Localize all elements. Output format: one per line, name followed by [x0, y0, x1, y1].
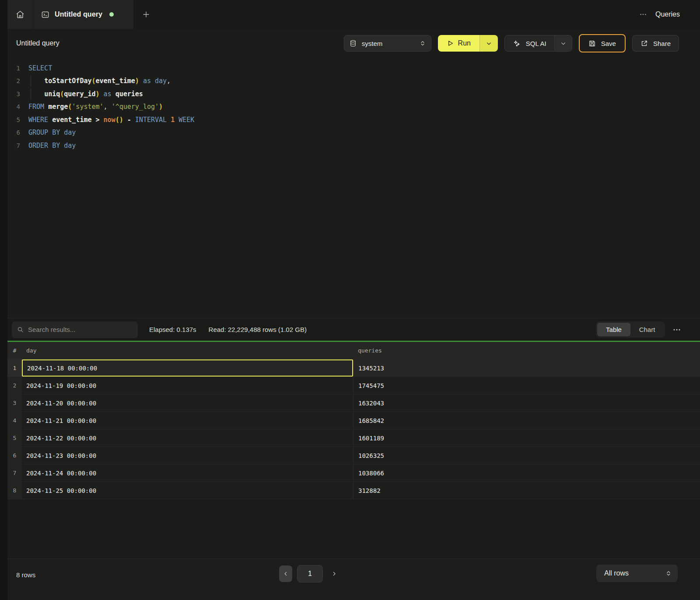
previous-page-button[interactable] [279, 565, 292, 582]
column-header-day[interactable]: day [22, 347, 353, 354]
tab-bar: Untitled query Queries [0, 0, 700, 29]
code-text: toStartOfDay(event_time) as day, [20, 77, 171, 85]
code-text: GROUP BY day [20, 129, 76, 136]
table-row: 82024-11-25 00:00:00312882 [7, 482, 700, 499]
code-line[interactable]: 6GROUP BY day [0, 126, 700, 140]
day-cell[interactable]: 2024-11-20 00:00:00 [22, 394, 353, 412]
sql-ai-button-group: SQL AI [504, 35, 572, 52]
queries-cell[interactable]: 1685842 [353, 412, 700, 429]
tab-untitled-query[interactable]: Untitled query [33, 0, 133, 29]
sql-ai-options-button[interactable] [554, 35, 572, 51]
toolbar-actions: system Run [344, 34, 679, 52]
chevron-down-icon [486, 41, 492, 46]
share-button[interactable]: Share [632, 35, 679, 52]
queries-cell[interactable]: 312882 [353, 482, 700, 499]
next-page-button[interactable] [328, 565, 341, 582]
database-selector[interactable]: system [344, 35, 431, 52]
chevron-right-icon [332, 571, 337, 576]
day-cell[interactable]: 2024-11-21 00:00:00 [22, 412, 353, 429]
database-selector-value: system [362, 40, 414, 47]
row-index-cell[interactable]: 4 [7, 412, 22, 429]
database-icon [350, 39, 357, 47]
code-text: FROM merge('system', '^query_log') [20, 103, 163, 111]
save-button-label: Save [601, 40, 616, 47]
tabbar-right-group: Queries [640, 0, 700, 29]
results-toolbar: Elapsed: 0.137s Read: 22,229,488 rows (1… [0, 318, 700, 341]
day-cell[interactable]: 2024-11-19 00:00:00 [22, 377, 353, 394]
code-text: ORDER BY day [20, 142, 76, 150]
queries-cell[interactable]: 1038066 [353, 464, 700, 481]
queries-cell[interactable]: 1601189 [353, 429, 700, 447]
tab-overflow-button[interactable] [640, 11, 647, 18]
column-header-index[interactable]: # [7, 347, 22, 354]
search-results-input[interactable] [28, 326, 133, 333]
day-cell-selected[interactable]: 2024-11-18 00:00:00 [22, 359, 353, 377]
run-options-button[interactable] [480, 35, 498, 52]
queries-cell[interactable]: 1026325 [353, 447, 700, 464]
row-index-cell[interactable]: 3 [7, 394, 22, 412]
row-index-cell[interactable]: 1 [7, 359, 22, 377]
results-table-body: 12024-11-18 00:00:00134521322024-11-19 0… [7, 359, 700, 499]
sql-editor[interactable]: 1SELECT2 toStartOfDay(event_time) as day… [0, 58, 700, 318]
sql-ai-button[interactable]: SQL AI [505, 35, 554, 51]
sparkles-icon [513, 39, 521, 47]
view-toggle-chart[interactable]: Chart [630, 323, 664, 336]
code-line[interactable]: 4FROM merge('system', '^query_log') [0, 101, 700, 114]
code-line[interactable]: 2 toStartOfDay(event_time) as day, [0, 75, 700, 88]
page-title: Untitled query [16, 39, 60, 47]
code-line[interactable]: 1SELECT [0, 62, 700, 75]
plus-icon [142, 10, 150, 18]
table-row: 22024-11-19 00:00:001745475 [7, 377, 700, 394]
share-button-label: Share [653, 40, 671, 47]
ellipsis-icon [673, 326, 681, 334]
play-icon [447, 40, 454, 47]
view-toggle: Table Chart [596, 321, 665, 338]
results-more-button[interactable] [673, 326, 681, 334]
day-cell[interactable]: 2024-11-25 00:00:00 [22, 482, 353, 499]
code-text: WHERE event_time > now() - INTERVAL 1 WE… [20, 116, 194, 124]
pagination: 1 [279, 565, 341, 583]
home-icon [16, 10, 24, 19]
row-index-cell[interactable]: 7 [7, 464, 22, 481]
queries-cell[interactable]: 1745475 [353, 377, 700, 394]
new-tab-button[interactable] [133, 0, 159, 29]
run-button[interactable]: Run [438, 35, 480, 52]
day-cell[interactable]: 2024-11-22 00:00:00 [22, 429, 353, 447]
unsaved-changes-dot [109, 12, 114, 17]
day-cell[interactable]: 2024-11-23 00:00:00 [22, 447, 353, 464]
code-line[interactable]: 7ORDER BY day [0, 139, 700, 152]
column-header-queries[interactable]: queries [353, 347, 700, 354]
results-footer: 8 rows 1 All rows [0, 558, 700, 600]
view-toggle-table[interactable]: Table [597, 323, 630, 336]
table-row: 72024-11-24 00:00:001038066 [7, 464, 700, 482]
home-button[interactable] [7, 0, 33, 29]
left-edge-gutter [0, 0, 7, 600]
row-index-cell[interactable]: 8 [7, 482, 22, 499]
table-row: 42024-11-21 00:00:001685842 [7, 412, 700, 429]
code-line[interactable]: 3 uniq(query_id) as queries [0, 87, 700, 101]
chevron-updown-icon [420, 40, 426, 47]
table-row: 12024-11-18 00:00:001345213 [7, 359, 700, 377]
chevron-left-icon [283, 571, 288, 576]
page-size-value: All rows [604, 569, 665, 577]
query-toolbar: Untitled query system Run [0, 29, 700, 58]
row-index-cell[interactable]: 2 [7, 377, 22, 394]
queries-cell[interactable]: 1345213 [353, 359, 700, 377]
search-results-box[interactable] [12, 321, 138, 338]
terminal-icon [41, 10, 49, 19]
chevron-updown-icon [665, 570, 672, 577]
row-index-cell[interactable]: 6 [7, 447, 22, 464]
day-cell[interactable]: 2024-11-24 00:00:00 [22, 464, 353, 481]
code-text: SELECT [20, 64, 52, 72]
save-button[interactable]: Save [579, 34, 626, 52]
queries-button[interactable]: Queries [655, 10, 680, 18]
sql-ai-button-label: SQL AI [526, 40, 546, 47]
run-button-group: Run [438, 35, 498, 52]
queries-cell[interactable]: 1632043 [353, 394, 700, 412]
row-index-cell[interactable]: 5 [7, 429, 22, 447]
current-page-button[interactable]: 1 [297, 565, 323, 583]
table-row: 62024-11-23 00:00:001026325 [7, 447, 700, 464]
code-line[interactable]: 5WHERE event_time > now() - INTERVAL 1 W… [0, 113, 700, 126]
code-text: uniq(query_id) as queries [20, 90, 143, 98]
page-size-selector[interactable]: All rows [596, 565, 678, 582]
